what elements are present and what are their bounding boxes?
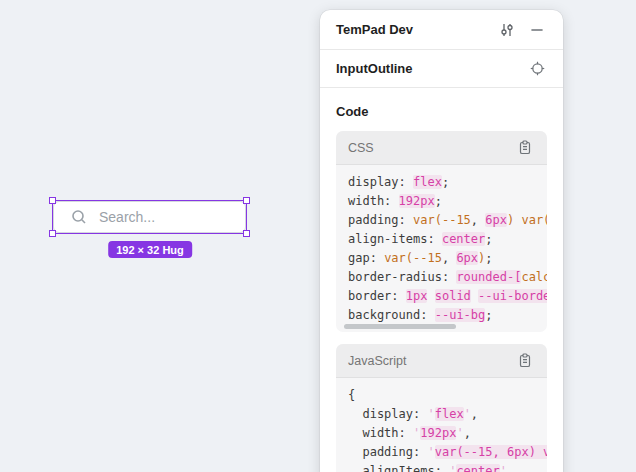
- code-line: width: '192px',: [348, 424, 547, 443]
- copy-clipboard-icon[interactable]: [515, 138, 535, 158]
- code-section-title: Code: [336, 104, 547, 119]
- component-name: InputOutline: [336, 61, 527, 76]
- selection-handle-se[interactable]: [243, 230, 250, 237]
- tempad-dev-panel: TemPad Dev InputOutline: [320, 10, 563, 472]
- code-line: background: --ui-bg;: [348, 306, 547, 325]
- code-javascript: { display: 'flex', width: '192px', paddi…: [336, 378, 547, 472]
- code-line: align-items: center;: [348, 230, 547, 249]
- code-block-javascript: JavaScript { display: 'flex', width: '19…: [336, 344, 547, 472]
- code-line: width: 192px;: [348, 192, 547, 211]
- preferences-sliders-icon[interactable]: [497, 20, 517, 40]
- size-badge: 192 × 32 Hug: [108, 241, 192, 258]
- horizontal-scrollbar[interactable]: [344, 324, 456, 329]
- code-line: padding: 'var(--15, 6px) var: [348, 443, 547, 462]
- selection-handle-ne[interactable]: [243, 197, 250, 204]
- code-line: border: 1px solid --ui-border-: [348, 287, 547, 306]
- selected-component-row: InputOutline: [320, 50, 563, 88]
- code-line: padding: var(--15, 6px) var(--: [348, 211, 547, 230]
- code-block-js-header: JavaScript: [336, 344, 547, 378]
- code-lang-label: JavaScript: [348, 354, 515, 368]
- code-block-css-header: CSS: [336, 131, 547, 165]
- selection-handle-sw[interactable]: [49, 230, 56, 237]
- code-line: display: 'flex',: [348, 405, 547, 424]
- minimize-icon[interactable]: [527, 20, 547, 40]
- panel-header: TemPad Dev: [320, 10, 563, 50]
- search-placeholder: Search...: [99, 209, 155, 225]
- copy-clipboard-icon[interactable]: [515, 351, 535, 371]
- search-icon: [69, 207, 89, 227]
- panel-content: Code CSS display: flex;width: 192px;padd…: [320, 88, 563, 472]
- code-css: display: flex;width: 192px;padding: var(…: [336, 165, 547, 332]
- code-line: border-radius: rounded-[calc(v: [348, 268, 547, 287]
- selection-handle-nw[interactable]: [49, 197, 56, 204]
- locate-target-icon[interactable]: [527, 59, 547, 79]
- code-lang-label: CSS: [348, 141, 515, 155]
- code-line: display: flex;: [348, 173, 547, 192]
- code-block-css: CSS display: flex;width: 192px;padding: …: [336, 131, 547, 332]
- code-line: alignItems: 'center',: [348, 462, 547, 472]
- code-line: gap: var(--15, 6px);: [348, 249, 547, 268]
- search-input-component[interactable]: Search...: [53, 201, 246, 233]
- panel-title: TemPad Dev: [336, 22, 497, 37]
- code-line: {: [348, 386, 547, 405]
